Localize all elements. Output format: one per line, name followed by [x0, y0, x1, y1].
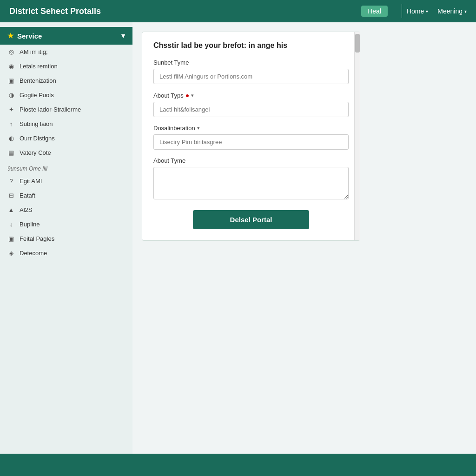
- chevron-down-icon: ▾: [191, 93, 194, 99]
- sidebar-item-label: Eataft: [20, 192, 35, 199]
- sidebar-item-am[interactable]: ◎ AM im itig;: [0, 45, 132, 59]
- header-nav: Home ▾ Meening ▾: [407, 7, 467, 15]
- input-about-typs[interactable]: [153, 102, 349, 117]
- form-group-sunbet: Sunbet Tyme: [153, 59, 349, 84]
- sidebar-item-vatery[interactable]: ▤ Vatery Cote: [0, 145, 132, 160]
- form-panel: Chsstir lad be your brefot: in ange his …: [142, 32, 360, 241]
- circle-icon: ◎: [7, 48, 15, 55]
- label-dosali: Dosalinbetation ▾: [153, 125, 349, 132]
- sidebar-item-ourr[interactable]: ◐ Ourr Distigns: [0, 131, 132, 145]
- sidebar: ★ Service ▾ ◎ AM im itig; ◉ Letals remti…: [0, 22, 132, 476]
- arrow-up-icon: ↑: [7, 120, 15, 127]
- input-dosali[interactable]: [153, 134, 349, 150]
- sidebar-item-al2s[interactable]: ▲ Al2S: [0, 203, 132, 217]
- pages-icon: ▣: [7, 235, 15, 242]
- form-actions: Delsel Portal: [153, 210, 349, 229]
- sidebar-active-label: Service: [17, 32, 42, 40]
- question-icon: ?: [7, 178, 15, 185]
- arrow-down-icon: ↓: [7, 221, 15, 228]
- sidebar-item-service[interactable]: ★ Service ▾: [0, 27, 132, 45]
- nav-home[interactable]: Home ▾: [407, 7, 428, 15]
- header-divider: [402, 4, 402, 18]
- chevron-down-icon: ▾: [197, 125, 200, 131]
- app-header: District Sehect Protails Heal Home ▾ Mee…: [0, 0, 476, 22]
- form-group-about-typs: About Typs ● ▾: [153, 92, 349, 117]
- half-left-icon: ◐: [7, 135, 15, 142]
- sidebar-item-label: Detecome: [20, 250, 47, 257]
- dot-icon: ◉: [7, 63, 15, 70]
- main-layout: ★ Service ▾ ◎ AM im itig; ◉ Letals remti…: [0, 22, 476, 476]
- sidebar-item-subing[interactable]: ↑ Subing laion: [0, 117, 132, 131]
- sidebar-item-label: Gogiie Puols: [20, 92, 54, 99]
- chevron-down-icon: ▾: [426, 9, 428, 14]
- sidebar-item-feital[interactable]: ▣ Feital Pagles: [0, 231, 132, 246]
- star-small-icon: ✦: [7, 106, 15, 113]
- nav-meening-label: Meening: [437, 7, 463, 15]
- half-circle-icon: ◑: [7, 92, 15, 99]
- sidebar-item-label: Subing laion: [20, 120, 53, 127]
- sidebar-item-eataft[interactable]: ⊟ Eataft: [0, 188, 132, 203]
- required-indicator: ●: [185, 92, 189, 99]
- diamond-icon: ◈: [7, 250, 15, 257]
- label-about-tyme: About Tyme: [153, 157, 349, 164]
- sidebar-item-benten[interactable]: ▣ Bentenization: [0, 73, 132, 88]
- sidebar-item-label: Feital Pagles: [20, 235, 54, 242]
- heal-badge[interactable]: Heal: [361, 6, 388, 17]
- label-sunbet: Sunbet Tyme: [153, 59, 349, 66]
- minus-square-icon: ⊟: [7, 192, 15, 199]
- sidebar-item-label: Bupline: [20, 221, 40, 228]
- sidebar-item-label: Vatery Cote: [20, 149, 51, 156]
- sidebar-item-letals[interactable]: ◉ Letals remtion: [0, 59, 132, 73]
- sidebar-item-bupline[interactable]: ↓ Bupline: [0, 217, 132, 231]
- nav-meening[interactable]: Meening ▾: [437, 7, 467, 15]
- sidebar-item-ploste[interactable]: ✦ Ploste lador-Strallerme: [0, 102, 132, 117]
- sidebar-item-label: Letals remtion: [20, 63, 58, 70]
- sidebar-item-label: Ourr Distigns: [20, 135, 55, 142]
- submit-button[interactable]: Delsel Portal: [193, 210, 310, 229]
- square-icon: ▣: [7, 77, 15, 84]
- main-content: Chsstir lad be your brefot: in ange his …: [132, 22, 476, 476]
- nav-home-label: Home: [407, 7, 424, 15]
- chevron-down-icon: ▾: [464, 9, 467, 14]
- sidebar-item-egit[interactable]: ? Egit AMI: [0, 174, 132, 188]
- sidebar-item-label: AM im itig;: [20, 48, 48, 55]
- form-group-dosali: Dosalinbetation ▾: [153, 125, 349, 150]
- grid-icon: ▤: [7, 149, 15, 156]
- input-sunbet[interactable]: [153, 69, 349, 84]
- app-title: District Sehect Protails: [9, 7, 361, 16]
- sidebar-item-label: Bentenization: [20, 77, 56, 84]
- form-group-about-tyme: About Tyme: [153, 157, 349, 201]
- bottom-bar: [0, 454, 476, 476]
- textarea-about-tyme[interactable]: [153, 167, 349, 199]
- chevron-down-icon: ▾: [121, 32, 125, 40]
- scrollbar-thumb[interactable]: [355, 34, 360, 53]
- star-icon: ★: [7, 32, 13, 40]
- sidebar-item-label: Al2S: [20, 206, 32, 213]
- triangle-icon: ▲: [7, 206, 15, 213]
- sidebar-item-detecome[interactable]: ◈ Detecome: [0, 246, 132, 260]
- sidebar-item-goglie[interactable]: ◑ Gogiie Puols: [0, 88, 132, 102]
- sidebar-item-label: Egit AMI: [20, 178, 42, 185]
- label-about-typs: About Typs ● ▾: [153, 92, 349, 99]
- form-title: Chsstir lad be your brefot: in ange his: [153, 41, 349, 50]
- sidebar-section-label: 9unsum Ome lill: [0, 160, 132, 174]
- sidebar-item-label: Ploste lador-Strallerme: [20, 106, 81, 113]
- scrollbar-track[interactable]: [354, 32, 360, 240]
